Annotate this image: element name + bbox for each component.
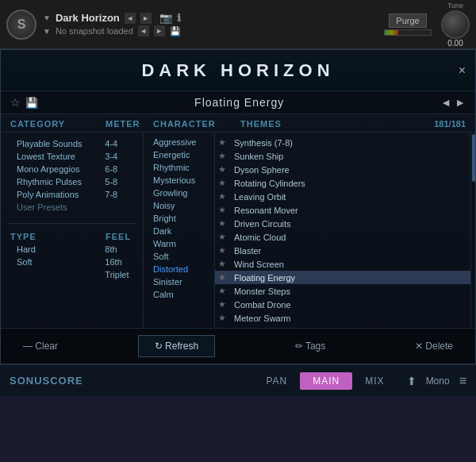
list-item[interactable]: Bright (144, 212, 214, 225)
list-item[interactable]: ★ Driven Circuits (215, 217, 470, 230)
list-item[interactable]: Noisy (144, 199, 214, 212)
list-item[interactable]: 8th (98, 243, 143, 256)
plugin-next-btn[interactable]: ► (140, 13, 152, 24)
theme-name: Atomic Cloud (234, 233, 286, 242)
list-item[interactable]: ★ Monster Steps (215, 284, 470, 298)
star-icon[interactable]: ★ (218, 259, 234, 269)
star-icon[interactable]: ★ (218, 151, 234, 161)
category-section: Playable Sounds Lowest Texture Mono Arpe… (1, 136, 143, 220)
star-icon[interactable]: ★ (218, 191, 234, 202)
star-icon[interactable]: ★ (218, 205, 234, 215)
camera-icon: 📷 (159, 12, 172, 24)
list-item[interactable]: Calm (144, 288, 214, 301)
save-preset-button[interactable]: 💾 (25, 97, 38, 109)
delete-button[interactable]: ✕ Delete (405, 336, 463, 356)
list-item[interactable]: 16th (98, 256, 143, 268)
type-section: TYPE FEEL Hard Soft 8th 16th Triplet (1, 227, 143, 283)
list-item[interactable]: ★ Synthesis (7-8) (215, 136, 470, 149)
list-item[interactable]: Rhythmic Pulses (10, 175, 95, 188)
list-item[interactable]: ★ Floating Energy (215, 271, 470, 284)
star-icon[interactable]: ★ (218, 218, 234, 229)
close-button[interactable]: × (459, 64, 466, 78)
star-icon[interactable]: ★ (218, 286, 234, 296)
mono-button[interactable]: Mono (426, 375, 450, 387)
main-tab[interactable]: MAIN (300, 372, 352, 390)
list-item[interactable]: Warm (144, 237, 214, 250)
list-item[interactable]: Poly Animations (10, 188, 95, 201)
list-item[interactable]: ★ Rotating Cylinders (215, 176, 470, 190)
list-item[interactable]: Lowest Texture (10, 150, 95, 163)
purge-button[interactable]: Purge (389, 13, 426, 28)
snapshot-next-btn[interactable]: ► (154, 25, 165, 37)
col-header-character: CHARACTER (153, 119, 225, 129)
list-item[interactable]: ★ Leaving Orbit (215, 190, 470, 203)
star-icon[interactable]: ★ (218, 164, 234, 175)
theme-name: Dyson Sphere (234, 165, 290, 175)
plugin-prev-btn[interactable]: ◄ (125, 13, 136, 24)
list-item[interactable]: ★ Meteor Swarm (215, 311, 470, 325)
browser-header: CATEGORY METER CHARACTER Themes 181/181 (1, 114, 475, 133)
tune-knob[interactable] (441, 10, 470, 39)
star-icon[interactable]: ★ (218, 232, 234, 242)
snapshot-row: ▼ No snapshot loaded ◄ ► 💾 (43, 25, 378, 37)
list-item[interactable]: Hard (10, 243, 95, 256)
list-item[interactable]: Triplet (98, 268, 143, 281)
list-item[interactable]: ★ Blaster (215, 244, 470, 257)
scrollbar-thumb[interactable] (472, 134, 475, 182)
list-item[interactable]: ★ Combat Drone (215, 298, 470, 311)
action-bar: — Clear ↻ Refresh ✏ Tags ✕ Delete (1, 328, 475, 364)
list-item[interactable]: Energetic (144, 148, 214, 161)
list-item[interactable]: Aggressive (144, 136, 214, 148)
info-icon: ℹ (177, 12, 181, 24)
list-item[interactable]: Mono Arpeggios (10, 163, 95, 175)
clear-button[interactable]: — Clear (13, 336, 67, 356)
list-item[interactable]: ★ Resonant Mover (215, 203, 470, 217)
star-icon[interactable]: ★ (218, 137, 234, 148)
list-item[interactable]: Soft (10, 256, 95, 268)
export-icon[interactable]: ⬆ (407, 375, 416, 387)
preset-name: Floating Energy (43, 96, 436, 109)
nav-icons: ⬆ Mono ≡ (407, 374, 466, 388)
plugin-name-row: ▼ Dark Horizon ◄ ► 📷 ℹ (43, 12, 378, 24)
type-rows: Hard Soft 8th 16th Triplet (1, 243, 143, 281)
star-icon[interactable]: ★ (218, 313, 234, 323)
list-item[interactable]: Playable Sounds (10, 137, 95, 150)
tags-button[interactable]: ✏ Tags (286, 336, 335, 356)
list-item[interactable]: ★ Sunken Ship (215, 149, 470, 163)
menu-button[interactable]: ≡ (459, 374, 466, 388)
star-icon[interactable]: ★ (218, 178, 234, 188)
star-icon[interactable]: ★ (218, 299, 234, 310)
preset-next-btn[interactable]: ► (455, 96, 466, 109)
feel-label: FEEL (96, 229, 140, 243)
list-item[interactable]: ★ Wind Screen (215, 257, 470, 271)
list-item[interactable]: Rhythmic (144, 161, 214, 174)
logo: S (6, 10, 36, 40)
col-header-themes: Themes (240, 119, 434, 129)
list-item[interactable]: Growling (144, 187, 214, 199)
star-icon[interactable]: ★ (218, 272, 234, 283)
type-header-row: TYPE FEEL (1, 229, 143, 243)
list-item[interactable]: Soft (144, 250, 214, 263)
col-header-meter: METER (106, 119, 153, 129)
list-item[interactable]: Dark (144, 225, 214, 237)
refresh-button[interactable]: ↻ Refresh (138, 335, 215, 357)
preset-prev-btn[interactable]: ◄ (440, 96, 451, 109)
theme-count: 181/181 (434, 119, 466, 129)
list-item[interactable]: ★ Atomic Cloud (215, 230, 470, 244)
list-item[interactable]: ★ Dyson Sphere (215, 163, 470, 176)
pan-tab[interactable]: PAN (253, 372, 300, 390)
favorite-button[interactable]: ☆ (10, 96, 21, 109)
list-item[interactable]: Distorted (144, 263, 214, 275)
list-item[interactable]: Mysterious (144, 174, 214, 187)
nav-bar: SONUSCORE PAN MAIN MIX ⬆ Mono ≡ (0, 364, 476, 396)
list-item (98, 201, 143, 204)
dropdown-arrow-2: ▼ (43, 27, 51, 36)
meter-fill (385, 30, 398, 35)
scrollbar-track[interactable] (470, 133, 475, 328)
star-icon[interactable]: ★ (218, 245, 234, 256)
snapshot-prev-btn[interactable]: ◄ (138, 25, 149, 37)
list-item[interactable]: Sinister (144, 275, 214, 288)
mix-tab[interactable]: MIX (352, 372, 397, 390)
list-item[interactable]: User Presets (10, 201, 95, 214)
type-col: Hard Soft (1, 243, 95, 281)
